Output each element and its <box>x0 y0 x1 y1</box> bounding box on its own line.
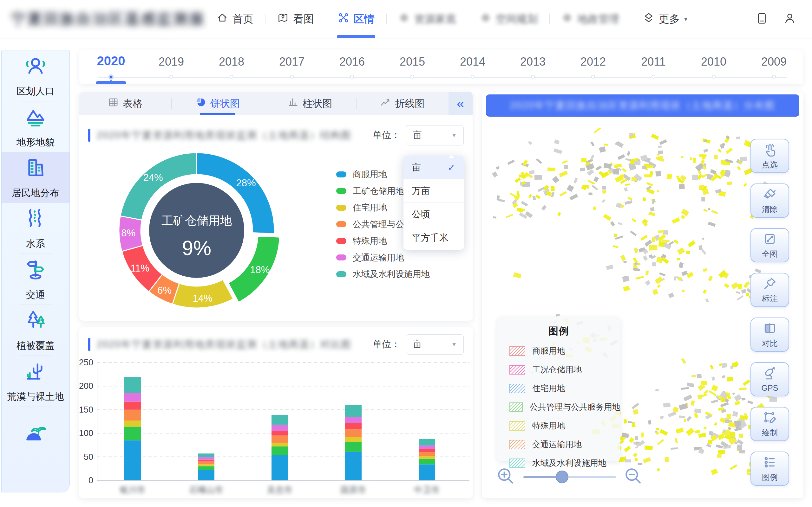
bar-segment-4-5[interactable] <box>419 446 435 449</box>
magnifier-minus-icon[interactable] <box>623 466 643 487</box>
timeline-dot-2019[interactable] <box>169 75 173 78</box>
bar-segment-1-1[interactable] <box>198 466 214 470</box>
bar-segment-4-1[interactable] <box>419 459 435 464</box>
map-tool-4[interactable]: 对比 <box>751 318 789 352</box>
bar-segment-2-2[interactable] <box>271 443 288 447</box>
nav-item-6[interactable]: 更多▾ <box>631 0 699 38</box>
timeline-dot-2011[interactable] <box>652 75 655 78</box>
bar-segment-1-5[interactable] <box>198 457 214 459</box>
bar-segment-3-5[interactable] <box>345 417 362 424</box>
pie-legend-item-4[interactable]: 特殊用地 <box>336 235 387 246</box>
bar-segment-0-5[interactable] <box>124 393 141 402</box>
timeline-dot-2009[interactable] <box>772 75 776 78</box>
zoom-slider-handle[interactable] <box>556 470 568 483</box>
tab-2[interactable]: 柱状图 <box>264 92 356 115</box>
timeline-dot-2016[interactable] <box>350 75 354 78</box>
timeline-dot-2010[interactable] <box>712 75 716 78</box>
bar-segment-3-6[interactable] <box>345 405 362 417</box>
map-tool-2[interactable]: 全图 <box>751 228 789 262</box>
bar-segment-0-1[interactable] <box>124 427 141 440</box>
bar-segment-2-1[interactable] <box>271 447 288 455</box>
timeline-year-2009[interactable]: 2009 <box>761 55 786 68</box>
timeline-dot-2013[interactable] <box>531 75 535 78</box>
pie-legend-item-6[interactable]: 水域及水利设施用地 <box>336 268 430 280</box>
bar-segment-1-2[interactable] <box>198 464 214 466</box>
bar-segment-1-4[interactable] <box>198 460 214 462</box>
timeline-year-2017[interactable]: 2017 <box>279 55 305 68</box>
timeline-year-2014[interactable]: 2014 <box>460 55 485 68</box>
timeline-dot-2012[interactable] <box>591 75 595 78</box>
donut-chart[interactable]: 28%18%14%6%11%8%24%工矿仓储用地9% <box>111 145 282 316</box>
tab-1[interactable]: 饼状图 <box>171 92 264 115</box>
timeline-year-2012[interactable]: 2012 <box>580 55 606 68</box>
nav-item-1[interactable]: 看图 <box>265 0 326 38</box>
bar-segment-4-4[interactable] <box>419 449 435 452</box>
zoom-slider-track[interactable] <box>523 476 616 478</box>
bar-segment-1-0[interactable] <box>198 470 214 481</box>
timeline-year-2010[interactable]: 2010 <box>701 55 726 68</box>
timeline-year-2011[interactable]: 2011 <box>641 55 665 68</box>
sidebar-item-5[interactable]: 植被覆盖 <box>2 305 69 355</box>
timeline-year-2015[interactable]: 2015 <box>400 55 425 68</box>
pie-legend-item-5[interactable]: 交通运输用地 <box>336 252 404 263</box>
bar-segment-3-2[interactable] <box>345 437 362 442</box>
bar-segment-4-6[interactable] <box>419 439 435 446</box>
dropdown-option-3[interactable]: 平方千米 <box>403 226 464 250</box>
sidebar-item-6[interactable]: 荒漠与裸土地 <box>2 356 69 406</box>
pie-legend-item-1[interactable]: 工矿仓储用地 <box>336 185 404 197</box>
pie-legend-item-0[interactable]: 商服用地 <box>336 169 387 180</box>
timeline-year-2013[interactable]: 2013 <box>520 55 546 68</box>
bar-segment-4-3[interactable] <box>419 452 435 456</box>
timeline-dot-2014[interactable] <box>471 75 474 78</box>
tab-3[interactable]: 折线图 <box>357 92 449 115</box>
timeline-dot-2017[interactable] <box>290 75 294 78</box>
sidebar-item-1[interactable]: 地形地貌 <box>2 101 69 152</box>
bar-segment-2-5[interactable] <box>271 425 288 431</box>
timeline-year-2020[interactable]: 2020 <box>97 54 125 68</box>
bar-segment-4-0[interactable] <box>419 464 435 481</box>
bar-segment-3-1[interactable] <box>345 442 362 452</box>
bar-segment-3-4[interactable] <box>345 424 362 429</box>
timeline-year-2018[interactable]: 2018 <box>219 55 244 68</box>
bar-segment-2-4[interactable] <box>271 431 288 436</box>
map-tool-7[interactable]: 图例 <box>751 452 789 486</box>
nav-item-0[interactable]: 首页 <box>205 0 265 38</box>
nav-item-2[interactable]: 区情 <box>326 0 386 38</box>
nav-item-3[interactable]: 资源家底 <box>387 0 468 38</box>
map-tool-3[interactable]: 标注 <box>751 273 789 307</box>
timeline-dot-2018[interactable] <box>230 75 234 78</box>
dropdown-option-1[interactable]: 万亩 <box>403 179 464 203</box>
map-tool-1[interactable]: 清除 <box>751 183 789 218</box>
sidebar-item-7[interactable] <box>2 407 69 458</box>
nav-item-4[interactable]: 空间规划 <box>468 0 549 38</box>
bar-segment-3-0[interactable] <box>345 452 362 481</box>
tab-0[interactable]: 表格 <box>79 92 171 115</box>
bar-segment-2-3[interactable] <box>271 436 288 443</box>
bar-segment-0-3[interactable] <box>124 410 141 420</box>
map-tool-0[interactable]: 点选 <box>751 139 789 173</box>
timeline-year-2019[interactable]: 2019 <box>159 55 184 68</box>
timeline-year-2016[interactable]: 2016 <box>339 55 365 68</box>
journal-icon[interactable] <box>756 12 768 26</box>
collapse-panel-button[interactable]: « <box>449 92 473 115</box>
bar-segment-1-6[interactable] <box>198 453 214 457</box>
bar-segment-2-0[interactable] <box>271 455 288 481</box>
unit-dropdown-button[interactable]: 亩 ▼ <box>406 125 464 146</box>
timeline-dot-2015[interactable] <box>410 75 414 78</box>
bar-segment-0-0[interactable] <box>124 441 141 481</box>
bar-segment-1-3[interactable] <box>198 461 214 464</box>
bar-segment-3-3[interactable] <box>345 429 362 437</box>
bar-segment-0-4[interactable] <box>124 402 141 410</box>
bar-segment-0-6[interactable] <box>124 377 141 393</box>
user-icon[interactable] <box>783 12 796 26</box>
map-tool-6[interactable]: 绘制 <box>751 407 789 441</box>
nav-item-5[interactable]: 地政管理 <box>550 0 631 38</box>
sidebar-item-0[interactable]: 区划人口 <box>2 50 69 101</box>
dropdown-option-2[interactable]: 公顷 <box>403 203 464 226</box>
pie-legend-item-2[interactable]: 住宅用地 <box>336 202 387 213</box>
stacked-bar-chart[interactable]: 050100150200250 <box>79 327 473 498</box>
map-tool-5[interactable]: GPS <box>751 362 789 396</box>
bar-segment-2-6[interactable] <box>271 415 288 425</box>
sidebar-item-2[interactable]: 居民地分布 <box>2 152 69 203</box>
bar-segment-0-2[interactable] <box>124 420 141 427</box>
